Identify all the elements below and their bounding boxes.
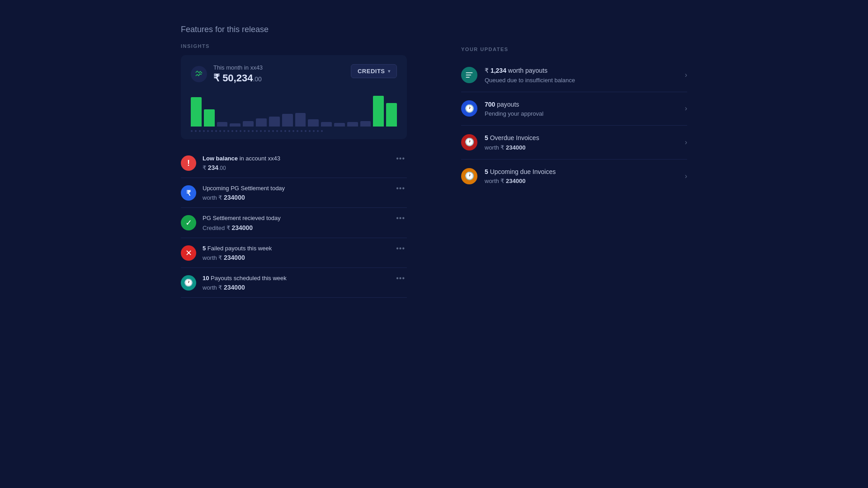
notif-upcoming-pg[interactable]: ₹ Upcoming PG Settlement today worth ₹ 2… xyxy=(181,178,407,208)
update-content: 5 Upcoming due Invoices worth ₹ 234000 xyxy=(485,168,678,185)
notif-sub: worth ₹ 234000 xyxy=(203,284,388,291)
chart-dot xyxy=(252,130,254,132)
chart-title-area: This month in xx43 ₹ 50,234.00 xyxy=(191,64,263,84)
chart-amount-integer: 50,234 xyxy=(222,72,253,84)
more-menu-icon[interactable]: ••• xyxy=(394,214,407,222)
notif-sub: worth ₹ 234000 xyxy=(203,194,388,201)
chart-dot xyxy=(317,130,319,132)
chart-dot xyxy=(236,130,237,132)
chart-dot xyxy=(260,130,262,132)
update-pending-payouts[interactable]: 🕐 700 payouts Pending your approval › xyxy=(461,92,687,126)
bar xyxy=(204,109,215,127)
chevron-down-icon: ▾ xyxy=(388,69,391,74)
chart-dot xyxy=(227,130,229,132)
update-content: 700 payouts Pending your approval xyxy=(485,100,678,117)
insights-label: INSIGHTS xyxy=(181,43,407,49)
chart-dot xyxy=(292,130,294,132)
chart-icon xyxy=(195,70,203,78)
chart-dot xyxy=(211,130,213,132)
notif-content: PG Settlement recieved today Credited ₹ … xyxy=(203,214,388,231)
chart-month-label: This month in xx43 xyxy=(213,64,263,71)
chart-dot xyxy=(244,130,245,132)
notif-sub: ₹ 234.00 xyxy=(203,164,388,171)
filter-lines-icon xyxy=(461,67,477,83)
chart-header: This month in xx43 ₹ 50,234.00 CREDITS ▾ xyxy=(191,64,397,84)
bar xyxy=(243,121,254,127)
chart-dot xyxy=(280,130,282,132)
update-content: ₹ 1,234 worth payouts Queued due to insu… xyxy=(485,66,678,84)
bar xyxy=(347,122,358,127)
update-title: 5 Upcoming due Invoices xyxy=(485,168,678,177)
update-overdue-invoices[interactable]: 🕐 5 Overdue Invoices worth ₹ 234000 › xyxy=(461,126,687,160)
chart-dot xyxy=(321,130,323,132)
notif-content: 10 Payouts scheduled this week worth ₹ 2… xyxy=(203,274,388,291)
chart-dot xyxy=(203,130,205,132)
chart-amount: ₹ 50,234.00 xyxy=(213,72,263,84)
chart-dot xyxy=(301,130,302,132)
bar xyxy=(321,122,332,127)
chart-dot xyxy=(240,130,241,132)
chart-card: This month in xx43 ₹ 50,234.00 CREDITS ▾ xyxy=(181,55,407,139)
notif-scheduled-payouts[interactable]: 🕐 10 Payouts scheduled this week worth ₹… xyxy=(181,268,407,298)
notif-low-balance[interactable]: ! Low balance in account xx43 ₹ 234.00 •… xyxy=(181,148,407,178)
notif-pg-received[interactable]: ✓ PG Settlement recieved today Credited … xyxy=(181,208,407,238)
check-icon: ✓ xyxy=(181,215,196,230)
chart-dot xyxy=(268,130,270,132)
chart-dot xyxy=(207,130,209,132)
chart-dot xyxy=(215,130,217,132)
your-updates-label: YOUR UPDATES xyxy=(461,47,687,52)
update-title: ₹ 1,234 worth payouts xyxy=(485,66,678,75)
chart-icon-circle xyxy=(191,66,207,82)
bar xyxy=(256,118,267,127)
notif-content: 5 Failed payouts this week worth ₹ 23400… xyxy=(203,244,388,261)
chart-dot xyxy=(297,130,298,132)
page-title: Features for this release xyxy=(181,25,407,34)
chart-dot xyxy=(191,130,193,132)
chart-dot xyxy=(305,130,307,132)
chart-dot xyxy=(264,130,266,132)
x-icon: ✕ xyxy=(181,245,196,261)
rupee-sign: ₹ xyxy=(213,72,222,84)
update-queued-payouts[interactable]: ₹ 1,234 worth payouts Queued due to insu… xyxy=(461,58,687,92)
more-menu-icon[interactable]: ••• xyxy=(394,184,407,192)
update-sub: Queued due to insufficient balance xyxy=(485,77,678,84)
chart-dot xyxy=(256,130,258,132)
notif-content: Upcoming PG Settlement today worth ₹ 234… xyxy=(203,184,388,201)
chart-dot xyxy=(284,130,286,132)
notif-failed-payouts[interactable]: ✕ 5 Failed payouts this week worth ₹ 234… xyxy=(181,238,407,268)
notif-sub: Credited ₹ 234000 xyxy=(203,224,388,231)
update-upcoming-invoices[interactable]: 🕐 5 Upcoming due Invoices worth ₹ 234000… xyxy=(461,160,687,193)
chart-dot xyxy=(288,130,290,132)
chart-dot xyxy=(199,130,201,132)
more-menu-icon[interactable]: ••• xyxy=(394,244,407,253)
clock-icon: 🕐 xyxy=(181,275,196,291)
chart-dot xyxy=(313,130,315,132)
notif-title: 5 Failed payouts this week xyxy=(203,244,388,253)
more-menu-icon[interactable]: ••• xyxy=(394,155,407,163)
bar xyxy=(191,97,202,127)
notif-title: Upcoming PG Settlement today xyxy=(203,184,388,192)
update-sub: worth ₹ 234000 xyxy=(485,178,678,184)
chevron-right-icon: › xyxy=(685,104,687,113)
chart-dot xyxy=(276,130,278,132)
chart-amount-decimal: .00 xyxy=(253,75,261,83)
credits-button[interactable]: CREDITS ▾ xyxy=(351,64,397,78)
bar xyxy=(334,123,345,127)
left-panel: Features for this release INSIGHTS This … xyxy=(181,25,407,298)
chart-dot xyxy=(223,130,225,132)
chart-dot xyxy=(309,130,311,132)
page-container: Features for this release INSIGHTS This … xyxy=(0,0,868,488)
bar xyxy=(360,121,371,127)
bar xyxy=(295,113,306,127)
chart-dot xyxy=(248,130,250,132)
update-title: 5 Overdue Invoices xyxy=(485,134,678,143)
chevron-right-icon: › xyxy=(685,71,687,79)
more-menu-icon[interactable]: ••• xyxy=(394,274,407,282)
notif-content: Low balance in account xx43 ₹ 234.00 xyxy=(203,155,388,171)
chart-dot xyxy=(272,130,274,132)
chart-dot xyxy=(231,130,233,132)
update-content: 5 Overdue Invoices worth ₹ 234000 xyxy=(485,134,678,151)
bar xyxy=(373,96,384,127)
chart-dot xyxy=(219,130,221,132)
right-panel: YOUR UPDATES ₹ 1,234 worth payouts Queue… xyxy=(461,25,687,192)
